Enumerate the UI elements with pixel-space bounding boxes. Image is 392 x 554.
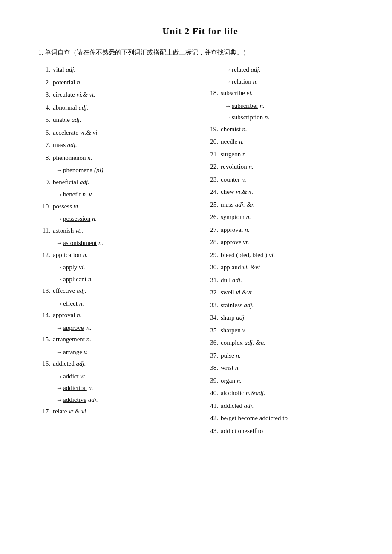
entry-pos: n. [237, 138, 244, 145]
sub-word: possession [63, 215, 90, 222]
entry-pos: n. [81, 251, 88, 258]
entry-pos: adj. &n. [243, 339, 265, 346]
entry-word: addicted [53, 360, 75, 367]
word-entry: 35.sharpen v. [205, 325, 362, 336]
entry-pos: n. [241, 151, 247, 158]
entry-pos: n.&adj. [244, 390, 265, 396]
entry-pos: n. [241, 126, 247, 133]
entry-pos: adj. [70, 116, 81, 123]
entry-number: 30. [205, 262, 218, 273]
word-entry: 40.alcoholic n.&adj. [205, 388, 362, 399]
word-entry: 26.symptom n. [205, 212, 362, 223]
sub-entry: →subscriber n. [205, 101, 362, 112]
entry-number: 20. [205, 136, 218, 147]
entry-word: symptom [221, 214, 245, 220]
word-entry: 31.dull adj. [205, 275, 362, 286]
word-entry: 34.sharp adj. [205, 312, 362, 323]
entry-word: approval [53, 312, 75, 318]
entry-pos: n. [243, 226, 249, 233]
entry-pos: vt. [72, 203, 80, 210]
entry-number: 43. [205, 426, 218, 437]
entry-number: 37. [205, 350, 218, 361]
arrow-icon: → [56, 167, 62, 173]
arrow-icon: → [56, 349, 62, 355]
entry-number: 23. [205, 174, 218, 185]
entry-word: dull [221, 277, 231, 283]
entry-number: 21. [205, 149, 218, 160]
entry-word: wrist [221, 364, 233, 371]
sub-word: arrange [63, 349, 82, 355]
sub-pos: adj. [249, 66, 261, 73]
entry-number: 16. [38, 358, 50, 369]
sub-pos: vt. [79, 373, 86, 380]
word-entry: 9.beneficial adj. [38, 177, 192, 188]
entry-number: 8. [38, 153, 50, 164]
entry-pos: vi.&vt [234, 289, 252, 296]
sub-word: astonishment [63, 239, 97, 246]
word-entry: 4.abnormal adj. [38, 102, 192, 113]
entry-pos: adj. [78, 179, 89, 185]
entry-number: 14. [38, 310, 50, 321]
entry-number: 36. [205, 338, 218, 349]
entry-number: 29. [205, 250, 218, 261]
entry-pos: n. [86, 154, 92, 161]
sub-word: relation [232, 78, 251, 85]
arrow-icon: → [56, 385, 62, 391]
entry-pos: vi. [245, 89, 253, 96]
word-entry: 10.possess vt. [38, 201, 192, 212]
entry-number: 41. [205, 401, 218, 412]
entry-word: sharpen [221, 327, 241, 334]
entry-number: 9. [38, 177, 50, 188]
entry-word: bleed (bled, bled ) [221, 251, 267, 258]
entry-number: 27. [205, 225, 218, 236]
entry-word: addict oneself to [221, 427, 263, 434]
sub-word: subscription [232, 114, 263, 121]
sub-pos: n. [90, 215, 97, 222]
word-entry: 36.complex adj. &n. [205, 338, 362, 349]
word-entry: 32.swell vi.&vt [205, 287, 362, 298]
sub-word: apply [63, 264, 77, 271]
sub-entry: →phenomena (pl) [38, 165, 192, 176]
word-entry: 15.arrangement n. [38, 334, 192, 345]
entry-pos: adj. [64, 66, 76, 73]
word-entry: 25.mass adj. &n [205, 199, 362, 211]
entry-word: pulse [221, 352, 234, 359]
entry-word: swell [221, 289, 234, 296]
entry-number: 17. [38, 406, 50, 417]
entry-number: 19. [205, 124, 218, 135]
sub-word: phenomena [63, 167, 92, 173]
entry-word: relate [53, 408, 67, 415]
sub-pos: (pl) [92, 167, 103, 173]
entry-word: approval [221, 226, 243, 233]
sub-word: approve [63, 324, 84, 331]
entry-number: 22. [205, 162, 218, 173]
sub-entry: →relation n. [205, 76, 362, 87]
entry-word: stainless [221, 302, 242, 309]
word-entry: 39.organ n. [205, 375, 362, 387]
sub-pos: v. [82, 349, 88, 355]
entry-word: unable [53, 116, 70, 123]
sub-entry: →apply vi. [38, 262, 192, 273]
right-column: →related adj.→relation n.18.subscribe vi… [200, 64, 362, 438]
entry-pos: n. [234, 352, 241, 359]
entry-number: 15. [38, 334, 50, 345]
sub-entry: →benefit n. v. [38, 189, 192, 200]
entry-number: 26. [205, 212, 218, 223]
sub-word: addiction [63, 384, 87, 391]
word-entry: 13.effective adj. [38, 286, 192, 297]
entry-pos: adj. [242, 402, 254, 409]
word-entry: 22.revolution n. [205, 162, 362, 173]
word-entry: 30.applaud vi. &vt [205, 262, 362, 273]
entry-pos: vi.&vt. [234, 188, 254, 195]
entry-word: effective [53, 287, 75, 294]
entry-word: vital [53, 66, 64, 73]
entry-number: 1. [38, 64, 50, 75]
sub-word: effect [63, 300, 78, 307]
word-entry: 20.needle n. [205, 136, 362, 147]
arrow-icon: → [56, 216, 62, 222]
word-entry: 43.addict oneself to [205, 426, 362, 437]
entry-pos: adj. [231, 277, 242, 283]
entry-word: mass [53, 141, 66, 148]
sub-word: related [232, 66, 249, 73]
entry-word: application [53, 251, 81, 258]
